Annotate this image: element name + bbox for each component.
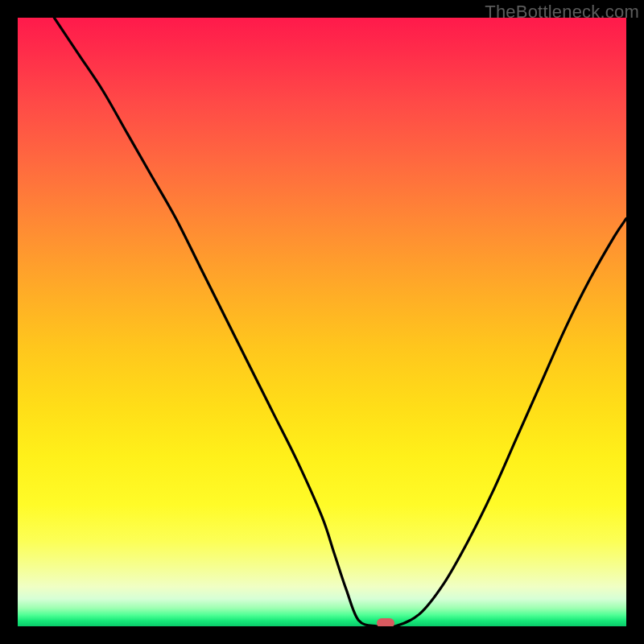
plot-area [18,18,626,626]
chart-frame: TheBottleneck.com [0,0,644,644]
minimum-marker [377,618,394,626]
bottleneck-curve [18,18,626,626]
watermark-text: TheBottleneck.com [485,2,639,23]
